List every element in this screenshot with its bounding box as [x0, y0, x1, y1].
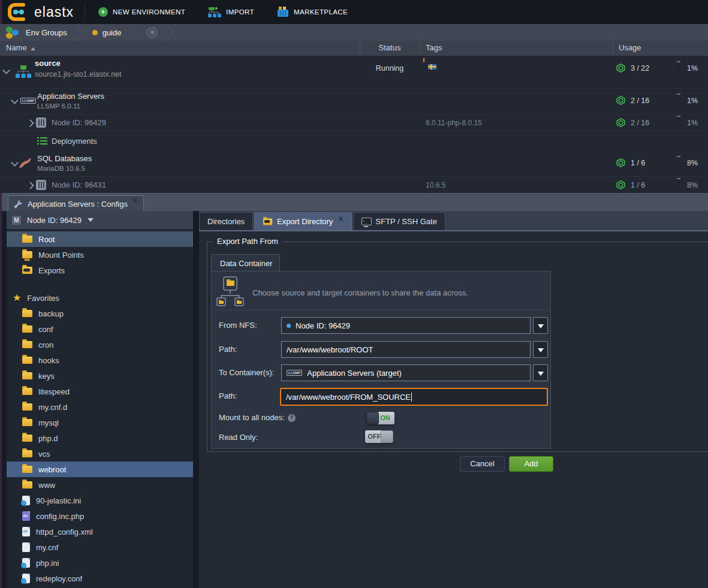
tree-folder-hooks[interactable]: hooks: [7, 352, 193, 368]
wrench-icon: [14, 200, 23, 209]
breadcrumb-env-groups[interactable]: Env Groups: [5, 26, 67, 39]
share-containers-icon: [216, 276, 248, 306]
tree-folder-webroot[interactable]: webroot: [7, 462, 193, 477]
collapse-chevron[interactable]: [11, 159, 19, 167]
tree-item-favorites[interactable]: ★Favorites: [7, 290, 193, 306]
tree-item-mount-points[interactable]: Mount Points: [7, 247, 193, 263]
cloudlets-usage: 2 / 16: [631, 97, 649, 105]
from-nfs-select[interactable]: Node ID: 96429: [281, 317, 531, 334]
collapse-chevron[interactable]: [11, 97, 19, 104]
node-group-name: Application Servers: [37, 92, 104, 101]
tab-directories[interactable]: Directories: [199, 212, 253, 230]
tree-file-redeploy-conf[interactable]: redeploy.conf: [7, 571, 193, 586]
tree-folder-php-d[interactable]: php.d: [7, 430, 193, 446]
add-group-button[interactable]: +: [146, 27, 158, 38]
close-icon[interactable]: ×: [338, 215, 343, 222]
text-cursor: [411, 393, 412, 402]
close-icon[interactable]: ×: [132, 197, 138, 204]
group-color-dot: [92, 30, 98, 35]
column-status[interactable]: Status: [360, 41, 420, 55]
tree-file-90-jelastic-ini[interactable]: 90-jelastic.ini: [7, 493, 193, 508]
disk-usage: 8%: [687, 159, 698, 167]
php-file-icon: <>: [22, 511, 30, 521]
breadcrumb: Env Groups guide +: [0, 24, 708, 41]
add-button[interactable]: Add: [509, 456, 553, 472]
collapse-chevron[interactable]: [2, 67, 10, 74]
folder-icon: [22, 341, 32, 348]
tree-folder-www[interactable]: www: [7, 477, 193, 493]
tree-file-httpd-config-xml[interactable]: <>httpd_config.xml: [7, 524, 193, 539]
env-row-app-servers[interactable]: LLSMP Application Servers LLSMP 6.0.11 2…: [0, 89, 708, 114]
read-only-toggle[interactable]: OFF: [365, 430, 393, 443]
tree-file-my-cnf[interactable]: my.cnf: [7, 539, 193, 555]
topbar-divider: [85, 4, 85, 20]
env-row-sql[interactable]: SQL Databases MariaDB 10.6.5 1 / 6 8%: [0, 150, 708, 177]
column-tags[interactable]: Tags: [426, 41, 442, 55]
window-edge: [0, 0, 2, 24]
configs-tab[interactable]: Application Servers : Configs ×: [8, 195, 144, 212]
to-container-select[interactable]: LLSMP Application Servers (target): [281, 364, 531, 381]
node-version: 10.6.5: [426, 181, 445, 189]
node-selector[interactable]: M Node ID: 96429: [7, 211, 193, 230]
cloudlets-icon: [616, 180, 625, 189]
mount-all-toggle[interactable]: ON: [366, 412, 394, 424]
new-environment-button[interactable]: + NEW ENVIRONMENT: [98, 7, 185, 17]
target-path-input[interactable]: /var/www/webroot/FROM_SOURCE: [280, 388, 548, 406]
tab-export-directory[interactable]: Export Directory ×: [254, 212, 351, 230]
folder-icon: [22, 481, 32, 489]
cancel-button[interactable]: Cancel: [460, 456, 505, 472]
env-row-node-96429[interactable]: Node ID: 96429 6.0.11-php-8.0.15 2 / 16 …: [0, 114, 708, 131]
env-domain[interactable]: source1.jls-sto1.elastx.net: [35, 70, 122, 79]
cloudlets-usage: 1 / 6: [631, 181, 645, 189]
tree-folder-keys[interactable]: keys: [7, 368, 193, 384]
sidebar-splitter[interactable]: [193, 211, 199, 588]
file-tree-sidebar: M Node ID: 96429 Root Mount Points Expor…: [7, 211, 193, 588]
tree-folder-vcs[interactable]: vcs: [7, 446, 193, 462]
source-path-select[interactable]: /var/www/webroot/ROOT: [281, 341, 531, 358]
env-row-source[interactable]: source source1.jls-sto1.elastx.net Runni…: [0, 56, 708, 89]
disk-usage: 1%: [687, 97, 698, 105]
import-button[interactable]: IMPORT: [208, 7, 254, 18]
toggle-knob: [381, 430, 393, 443]
help-icon[interactable]: ?: [288, 414, 296, 422]
read-only-label: Read Only:: [219, 433, 258, 442]
tree-folder-cron[interactable]: cron: [7, 337, 193, 352]
source-path-dropdown-button[interactable]: [533, 341, 548, 358]
from-nfs-label: From NFS:: [219, 321, 257, 330]
expand-chevron[interactable]: [26, 119, 34, 127]
env-row-deployments[interactable]: Deployments: [0, 131, 708, 150]
tree-file-config-inc-php[interactable]: <>config.inc.php: [7, 508, 193, 524]
marketplace-button[interactable]: MARKETPLACE: [277, 7, 348, 17]
tree-folder-my-cnf-d[interactable]: my.cnf.d: [7, 399, 193, 415]
master-node-icon: M: [12, 216, 21, 225]
data-container-tab[interactable]: Data Container: [211, 254, 280, 272]
folder-icon: [22, 325, 32, 333]
to-container-dropdown-button[interactable]: [533, 364, 548, 381]
breadcrumb-group[interactable]: guide: [92, 28, 122, 37]
environment-icon: [16, 65, 31, 79]
tree-file-php-ini[interactable]: php.ini: [7, 555, 193, 571]
column-name[interactable]: Name: [6, 41, 35, 55]
from-nfs-dropdown-button[interactable]: [533, 317, 548, 334]
column-usage[interactable]: Usage: [619, 41, 641, 55]
expand-chevron[interactable]: [26, 182, 34, 189]
folder-icon: [22, 419, 32, 426]
tree-folder-litespeed[interactable]: litespeed: [7, 384, 193, 399]
tree-folder-conf[interactable]: conf: [7, 321, 193, 337]
folder-icon: [22, 435, 32, 442]
folder-icon: [22, 236, 32, 243]
tree-item-exports[interactable]: Exports: [7, 263, 193, 278]
tree-item-root[interactable]: Root: [7, 231, 193, 247]
folder-icon: [22, 372, 32, 379]
sort-asc-icon: [31, 47, 35, 50]
node-group-version: MariaDB 10.6.5: [37, 165, 85, 172]
cloudlets-icon: [616, 118, 625, 127]
deployments-label: Deployments: [52, 137, 97, 146]
cloudlets-icon: [616, 64, 625, 73]
cloudlets-icon: [616, 96, 625, 105]
tab-sftp-ssh-gate[interactable]: SFTP / SSH Gate: [353, 212, 445, 230]
brand-logo[interactable]: elastx: [7, 3, 74, 21]
env-row-node-96431[interactable]: Node ID: 96431 10.6.5 1 / 6 8%: [0, 177, 708, 193]
tree-folder-backup[interactable]: backup: [7, 306, 193, 321]
tree-folder-mysql[interactable]: mysql: [7, 415, 193, 430]
